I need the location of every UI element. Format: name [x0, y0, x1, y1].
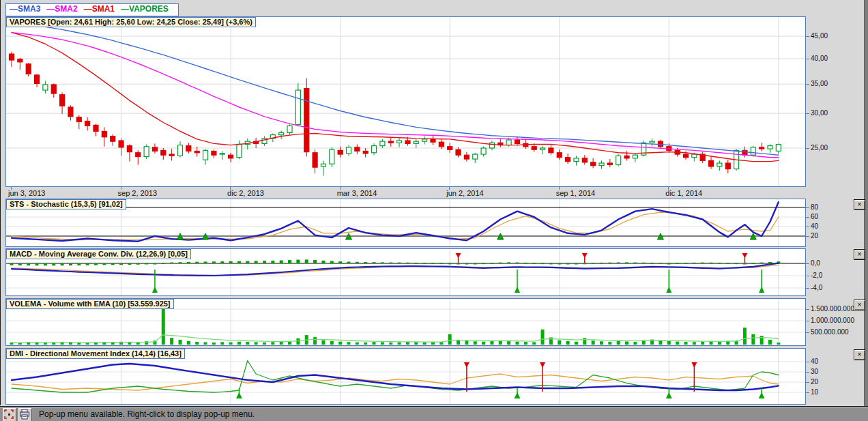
- legend-item-sma2: —SMA2: [46, 4, 77, 14]
- stochastic-panel-title: STS - Stochastic (15,3,5) [91,02]: [6, 199, 126, 209]
- y-axis-tick: [806, 84, 809, 85]
- y-axis-tick: [806, 227, 809, 227]
- y-axis-label: 0,0: [811, 259, 820, 267]
- fit-view-icon: [3, 409, 14, 420]
- close-icon: ×: [857, 200, 861, 208]
- y-axis-tick: [806, 332, 809, 333]
- y-axis-label: 1.500.000.000: [811, 305, 854, 313]
- y-axis-tick: [806, 372, 809, 373]
- status-message: Pop-up menu available. Right-click to di…: [39, 407, 255, 421]
- legend-item-vapores: —VAPORES: [121, 4, 169, 14]
- y-axis-label: 60: [811, 213, 818, 220]
- y-axis-label: 20: [811, 232, 818, 239]
- x-axis-label: sep 2, 2013: [118, 189, 158, 197]
- y-axis-tick: [806, 321, 809, 321]
- y-axis-tick: [806, 309, 809, 310]
- y-axis-label: 30: [811, 368, 818, 375]
- y-axis-label: -4,0: [811, 284, 822, 291]
- y-axis-label: 10: [811, 388, 818, 396]
- x-axis-label: sep 1, 2014: [556, 189, 596, 197]
- price-chart-panel[interactable]: [5, 16, 806, 187]
- x-axis-label: dic 1, 2014: [665, 189, 702, 197]
- close-volume-panel-button[interactable]: ×: [854, 300, 865, 310]
- close-icon: ×: [857, 250, 861, 258]
- y-axis-label: 1.000.000.000: [811, 317, 854, 324]
- y-axis-tick: [806, 263, 809, 264]
- y-axis-label: 45,00: [811, 32, 828, 40]
- y-axis-label: 20: [811, 378, 818, 386]
- status-bar: Pop-up menu available. Right-click to di…: [0, 406, 868, 421]
- x-axis-label: jun 2, 2014: [446, 189, 483, 197]
- y-axis-label: 25,00: [811, 144, 828, 151]
- price-chart-title: VAPORES [Open: 24,61 High: 25,60 Low: 24…: [6, 17, 256, 27]
- y-axis-tick: [806, 288, 809, 289]
- y-axis-label: 40: [811, 222, 818, 230]
- close-macd-panel-button[interactable]: ×: [854, 249, 865, 260]
- y-axis-tick: [806, 207, 809, 208]
- x-axis-label: dic 2, 2013: [227, 189, 264, 197]
- window-left-border: [0, 0, 1, 405]
- print-icon: [19, 409, 30, 420]
- legend-item-sma3: —SMA3: [10, 4, 40, 14]
- y-axis-tick: [806, 59, 809, 59]
- close-stochastic-panel-button[interactable]: ×: [854, 199, 865, 210]
- x-axis-label: mar 3, 2014: [337, 189, 377, 197]
- y-axis-tick: [806, 276, 809, 276]
- y-axis-tick: [806, 392, 809, 393]
- y-axis-tick: [806, 382, 809, 383]
- y-axis-tick: [806, 236, 809, 237]
- legend-item-sma1: —SMA1: [84, 4, 115, 14]
- macd-panel-title: MACD - Moving Average Conv. Div. (12,26,…: [6, 249, 191, 259]
- y-axis-label: 80: [811, 203, 818, 211]
- x-axis-label: jun 3, 2013: [8, 189, 45, 197]
- y-axis-tick: [806, 362, 809, 362]
- sma-legend: —SMA3—SMA2—SMA1—VAPORES: [5, 3, 179, 16]
- y-axis-label: 30,00: [811, 109, 828, 117]
- y-axis-tick: [806, 148, 809, 149]
- close-dmi-panel-button[interactable]: ×: [854, 349, 865, 360]
- price-chart-canvas[interactable]: [6, 17, 805, 186]
- dmi-panel-title: DMI - Directional Movement Index (14,14)…: [6, 349, 185, 359]
- y-axis-label: 40: [811, 358, 818, 365]
- print-button[interactable]: [18, 408, 32, 421]
- close-icon: ×: [857, 350, 861, 358]
- y-axis-tick: [806, 113, 809, 114]
- y-axis-tick: [806, 36, 809, 37]
- fit-view-button[interactable]: [3, 408, 16, 421]
- y-axis-label: 35,00: [811, 80, 828, 87]
- close-icon: ×: [857, 300, 861, 308]
- y-axis-tick: [806, 217, 809, 218]
- y-axis-label: 40,00: [811, 55, 828, 62]
- y-axis-label: -2,0: [811, 272, 822, 279]
- y-axis-label: 500.000.000: [811, 328, 849, 336]
- volume-panel-title: VOLEMA - Volume with EMA (10) [53.559.92…: [6, 299, 174, 309]
